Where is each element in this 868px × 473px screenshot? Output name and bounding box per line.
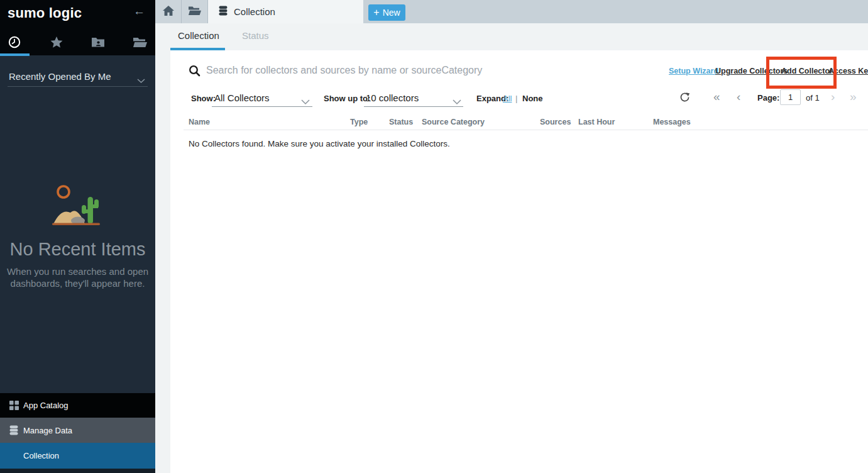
database-icon — [218, 6, 228, 18]
column-header-status: Status — [389, 118, 413, 126]
last-page-icon[interactable]: » — [850, 90, 857, 104]
search-icon — [189, 65, 201, 79]
home-button[interactable] — [155, 0, 182, 23]
add-collector-link[interactable]: Add Collector — [781, 67, 833, 75]
setup-wizard-link[interactable]: Setup Wizard — [669, 67, 718, 75]
caption-line-2: dashboards, they'll appear here. — [0, 277, 155, 289]
chevron-down-icon — [137, 75, 145, 86]
sidebar-item-label: App Catalog — [23, 401, 69, 410]
expand-none-link[interactable]: None — [522, 94, 543, 103]
top-tab-bar: Collection + New — [155, 0, 868, 23]
panel-gutter — [155, 50, 170, 473]
new-button-label: New — [383, 8, 400, 18]
library-folder-icon[interactable] — [133, 35, 148, 50]
column-header-source-category: Source Category — [422, 118, 485, 126]
access-keys-link[interactable]: Access Keys — [828, 67, 868, 75]
personal-folder-icon[interactable] — [91, 35, 106, 50]
sidebar-item-label: Manage Data — [23, 426, 72, 435]
sidebar-item-label: Collection — [23, 451, 59, 460]
first-page-icon[interactable]: « — [713, 90, 720, 104]
previous-page-icon[interactable]: ‹ — [737, 90, 740, 104]
library-button[interactable] — [182, 0, 208, 23]
favorites-star-icon[interactable] — [49, 35, 64, 50]
table-header-divider — [184, 130, 868, 130]
recent-scope-dropdown[interactable]: Recently Opened By Me — [8, 67, 148, 87]
next-page-icon[interactable]: › — [831, 90, 835, 104]
database-icon — [7, 425, 21, 435]
sidebar-item-app-catalog[interactable]: App Catalog — [0, 393, 155, 418]
refresh-icon[interactable] — [679, 92, 690, 105]
sidebar-next-row-sliver — [0, 469, 155, 473]
subtab-collection[interactable]: Collection — [178, 30, 219, 41]
dropdown-underline — [212, 106, 312, 107]
show-up-to-label: Show up to: — [324, 94, 370, 103]
page-count-label: of 1 — [806, 93, 820, 103]
sidebar: sumo logic ← — [0, 0, 155, 473]
upgrade-collectors-link[interactable]: Upgrade Collectors — [715, 67, 788, 75]
tab-label: Collection — [234, 6, 275, 17]
recent-scope-label: Recently Opened By Me — [9, 71, 111, 82]
caption-line-1: When you run searches and open — [0, 265, 155, 277]
new-tab-button[interactable]: + New — [368, 4, 405, 21]
expand-all-link[interactable]: All — [503, 94, 512, 103]
no-recent-items-title: No Recent Items — [0, 239, 155, 260]
recent-clock-icon[interactable] — [7, 35, 22, 50]
open-folder-icon — [188, 6, 202, 18]
column-header-sources: Sources — [540, 118, 571, 126]
collapse-sidebar-icon[interactable]: ← — [133, 4, 145, 18]
tab-collection[interactable]: Collection — [208, 0, 363, 23]
desert-illustration — [38, 180, 114, 231]
sumo-logic-logo: sumo logic — [8, 5, 82, 21]
sidebar-item-collection[interactable]: Collection — [0, 443, 155, 469]
page-number-input[interactable] — [780, 89, 801, 105]
app-window: sumo logic ← — [0, 0, 868, 473]
show-up-to-dropdown[interactable]: 10 collectors — [366, 92, 419, 103]
show-filter-dropdown[interactable]: All Collectors — [214, 92, 270, 103]
dropdown-underline — [364, 106, 463, 107]
empty-table-message: No Collectors found. Make sure you activ… — [189, 139, 450, 148]
column-header-type: Type — [350, 118, 368, 126]
collection-panel — [170, 50, 868, 473]
subtab-strip: Collection Status — [155, 23, 868, 50]
search-input[interactable] — [206, 62, 646, 79]
page-label: Page: — [757, 93, 779, 103]
chevron-down-icon[interactable] — [301, 96, 310, 108]
expand-divider: | — [515, 94, 517, 103]
subtab-status[interactable]: Status — [242, 30, 269, 41]
chevron-down-icon[interactable] — [453, 96, 461, 108]
home-icon — [162, 5, 175, 19]
column-header-last-hour: Last Hour — [578, 118, 615, 126]
grid-icon — [7, 401, 21, 410]
no-recent-items-caption: When you run searches and open dashboard… — [0, 265, 155, 289]
column-header-messages: Messages — [653, 118, 691, 126]
active-nav-indicator — [0, 53, 30, 56]
plus-icon: + — [373, 7, 379, 18]
column-header-name: Name — [189, 118, 210, 126]
show-filter-label: Show: — [191, 94, 216, 103]
sidebar-header: sumo logic ← — [0, 0, 155, 55]
sidebar-item-manage-data[interactable]: Manage Data — [0, 418, 155, 443]
